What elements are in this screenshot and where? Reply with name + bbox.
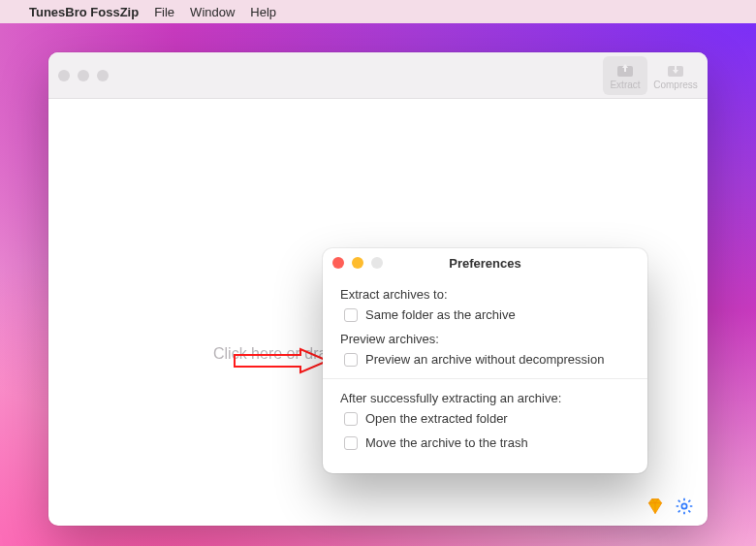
main-toolbar: Extract Compress xyxy=(603,56,698,95)
option-same-folder-label: Same folder as the archive xyxy=(365,307,516,322)
compress-button[interactable]: Compress xyxy=(653,56,698,95)
after-extract-label: After successfully extracting an archive… xyxy=(340,391,630,405)
compress-icon xyxy=(667,62,684,78)
checkbox-move-trash[interactable] xyxy=(344,436,358,450)
extract-button[interactable]: Extract xyxy=(603,56,647,95)
svg-line-8 xyxy=(688,510,690,512)
drop-hint-text[interactable]: Click here or dra xyxy=(213,345,327,363)
checkbox-open-folder[interactable] xyxy=(344,412,358,426)
menu-bar: TunesBro FossZip File Window Help xyxy=(0,0,756,23)
traffic-close-icon[interactable] xyxy=(58,70,70,81)
menubar-app-name[interactable]: TunesBro FossZip xyxy=(29,5,139,19)
option-open-folder-label: Open the extracted folder xyxy=(365,411,508,426)
menubar-window[interactable]: Window xyxy=(190,5,235,19)
compress-button-label: Compress xyxy=(653,80,698,90)
preview-archives-label: Preview archives: xyxy=(340,332,630,346)
extract-button-label: Extract xyxy=(610,80,640,90)
extract-to-label: Extract archives to: xyxy=(340,287,630,302)
option-preview-label: Preview an archive without decompression xyxy=(365,352,604,367)
option-preview-without-decompression[interactable]: Preview an archive without decompression xyxy=(340,352,630,367)
menubar-help[interactable]: Help xyxy=(250,5,276,19)
extract-icon xyxy=(616,62,634,78)
settings-gear-icon[interactable] xyxy=(675,497,694,516)
preferences-dialog: Preferences Extract archives to: Same fo… xyxy=(323,248,647,473)
sketch-diamond-icon[interactable] xyxy=(646,497,665,516)
svg-point-2 xyxy=(681,503,686,508)
prefs-zoom-icon[interactable] xyxy=(371,257,383,269)
prefs-minimize-icon[interactable] xyxy=(352,257,363,269)
prefs-close-icon[interactable] xyxy=(332,257,344,269)
traffic-minimize-icon[interactable] xyxy=(78,70,89,81)
menubar-file[interactable]: File xyxy=(154,5,174,19)
option-same-folder[interactable]: Same folder as the archive xyxy=(340,307,630,322)
option-open-extracted-folder[interactable]: Open the extracted folder xyxy=(340,411,630,426)
svg-line-9 xyxy=(678,510,680,512)
main-traffic-lights xyxy=(58,70,109,81)
option-move-to-trash[interactable]: Move the archive to the trash xyxy=(340,435,630,450)
checkbox-same-folder[interactable] xyxy=(344,308,358,322)
desktop: Extract Compress Click here or dra xyxy=(0,23,756,546)
traffic-zoom-icon[interactable] xyxy=(97,70,109,81)
checkbox-preview[interactable] xyxy=(344,353,358,367)
option-move-trash-label: Move the archive to the trash xyxy=(365,435,528,450)
main-titlebar: Extract Compress xyxy=(48,52,708,99)
svg-line-7 xyxy=(678,500,680,502)
preferences-titlebar: Preferences xyxy=(323,248,647,277)
svg-line-10 xyxy=(688,500,690,502)
